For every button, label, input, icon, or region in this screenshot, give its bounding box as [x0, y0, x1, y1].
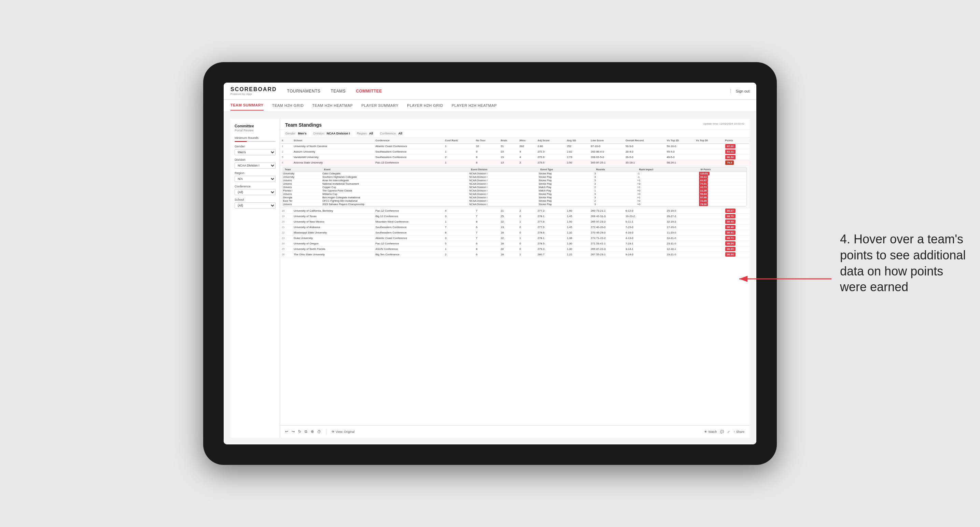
region-filter-label: Region: — [357, 132, 368, 135]
copy-icon[interactable]: ⧉ — [305, 429, 307, 434]
points-cell[interactable]: 88.49 — [724, 219, 749, 225]
panel-title: Committee — [235, 124, 275, 128]
redo-icon[interactable]: ↪ — [292, 429, 295, 434]
table-row: 24 University of Oregon Pac-12 Conferenc… — [280, 241, 749, 246]
sub-nav-player-h2h-heatmap[interactable]: PLAYER H2H HEATMAP — [452, 101, 497, 110]
tooltip-table-row: Florida I The Cypress Point Classic NCAA… — [283, 189, 746, 192]
table-row: 22 Mississippi State University Southeas… — [280, 230, 749, 235]
tooltip-table-row: Univers 2023 Sahalee Players Championshi… — [283, 203, 746, 206]
share-icon: ↑ — [733, 430, 735, 433]
tooltip-table-row: University Southern Highlands Collegiate… — [283, 175, 746, 179]
col-avg-sg: Avg SG — [565, 138, 589, 144]
left-panel: Committee Portal Review Minimum Rounds G… — [231, 119, 280, 438]
logo-title: SCOREBOARD — [231, 86, 277, 92]
gender-filter-label: Gender: — [285, 132, 296, 135]
share-label: Share — [736, 430, 745, 433]
sub-nav-player-h2h-grid[interactable]: PLAYER H2H GRID — [407, 101, 443, 110]
nav-teams[interactable]: TEAMS — [331, 87, 346, 95]
sub-nav-team-h2h-heatmap[interactable]: TEAM H2H HEATMAP — [312, 101, 353, 110]
table-header: Team Standings Update time: 13/03/2024 1… — [280, 119, 749, 130]
points-cell[interactable]: 88.48 — [724, 225, 749, 230]
conference-select[interactable]: (All) — [235, 189, 275, 195]
table-row: 23 Duke University Atlantic Coast Confer… — [280, 235, 749, 241]
table-scroll[interactable]: # School Conference Conf Rank No Tour Bn… — [280, 138, 749, 425]
division-filter-label: Division: — [313, 132, 325, 135]
points-cell[interactable]: 97.02 — [724, 144, 749, 149]
division-label: Division — [235, 158, 275, 162]
annotation-text: 4. Hover over a team's points to see add… — [840, 232, 970, 295]
settings-icon[interactable]: ⊕ — [311, 429, 314, 434]
points-cell[interactable]: 90.30 — [724, 155, 749, 160]
table-row: 19 University of Texas Big 12 Conference… — [280, 214, 749, 219]
division-filter-value: NCAA Division I — [327, 132, 350, 135]
min-rounds-label: Minimum Rounds — [235, 136, 275, 140]
sign-out-button[interactable]: Sign out — [730, 89, 749, 93]
tooltip-table-row: Univers Copper Cup NCAA Division I Match… — [283, 186, 746, 189]
table-row: 2 Auburn University Southeastern Confere… — [280, 149, 749, 155]
table-row: 20 University of New Mexico Mountain Wes… — [280, 219, 749, 225]
share-button[interactable]: ↑ Share — [733, 430, 745, 433]
tooltip-container: Team Event Event Division Event Type Rou… — [283, 167, 747, 206]
refresh-icon[interactable]: ↻ — [298, 429, 301, 434]
conference-filter-label: Conference: — [380, 132, 396, 135]
points-cell[interactable]: 88.41 — [724, 230, 749, 235]
col-vs-top25: Vs Top 25 — [665, 138, 694, 144]
points-cell[interactable]: 88.94 — [724, 252, 749, 257]
nav-tournaments[interactable]: TOURNAMENTS — [287, 87, 321, 95]
conference-filter: Conference: All — [380, 132, 402, 135]
rank-cell: 1 — [280, 144, 292, 149]
min-rounds-slider[interactable] — [235, 141, 275, 142]
col-no-tour: No Tour — [474, 138, 499, 144]
region-select[interactable]: N/A — [235, 176, 275, 182]
table-row: 26 The Ohio State University Big Ten Con… — [280, 252, 749, 257]
tooltip-table-row: University Cabo Collegiate NCAA Division… — [283, 172, 746, 175]
gender-select[interactable]: Men's — [235, 149, 275, 155]
region-label: Region — [235, 171, 275, 175]
watch-button[interactable]: 👁 Watch — [704, 430, 717, 433]
school-select[interactable]: (All) — [235, 202, 275, 208]
undo-icon[interactable]: ↩ — [285, 429, 288, 434]
bottom-toolbar: ↩ ↪ ↻ ⧉ ⊕ ⏱ 👁 View: Original 👁 Watch — [280, 425, 749, 438]
table-row: 25 University of North Florida ASUN Conf… — [280, 246, 749, 252]
col-school: School — [292, 138, 374, 144]
sub-nav-player-summary[interactable]: PLAYER SUMMARY — [361, 101, 398, 110]
expand-button[interactable]: ⤢ — [727, 430, 730, 433]
tooltip-table-row: East Ter OFCC Fighting Illini Invitation… — [283, 199, 746, 203]
region-filter-value: All — [369, 132, 373, 135]
view-label: View: Original — [336, 430, 355, 433]
points-cell[interactable]: 88.70 — [724, 214, 749, 219]
points-cell[interactable]: 80.07 — [724, 208, 749, 214]
col-overall: Overall Record — [624, 138, 665, 144]
points-cell[interactable]: 88.71 — [724, 235, 749, 241]
col-vs-top50: Vs Top 50 — [694, 138, 724, 144]
tooltip-table-row: Univers Amer An Intercollegiate NCAA Div… — [283, 179, 746, 182]
view-original-button[interactable]: 👁 View: Original — [332, 430, 355, 433]
col-bnds: Bnds — [499, 138, 518, 144]
sub-nav: TEAM SUMMARY TEAM H2H GRID TEAM H2H HEAT… — [224, 100, 756, 112]
points-cell[interactable]: 88.54 — [724, 241, 749, 246]
table-row: 18 University of California, Berkeley Pa… — [280, 208, 749, 214]
division-filter: Division: NCAA Division I — [313, 132, 350, 135]
nav-committee[interactable]: COMMITTEE — [356, 87, 382, 95]
conference-label: Conference — [235, 185, 275, 188]
watch-icon: 👁 — [704, 430, 707, 433]
tooltip-table-row: Univers National Invitational Tournament… — [283, 182, 746, 186]
conf-cell: Atlantic Coast Conference — [374, 144, 443, 149]
division-select[interactable]: NCAA Division I — [235, 162, 275, 168]
sub-nav-team-summary[interactable]: TEAM SUMMARY — [231, 100, 264, 111]
tooltip-row: Team Event Event Division Event Type Rou… — [280, 165, 749, 208]
clock-icon[interactable]: ⏱ — [317, 430, 321, 434]
col-low-score: Low Score — [589, 138, 624, 144]
comment-button[interactable]: 💬 — [720, 430, 724, 433]
table-row-highlighted: 4 Arizona State University Pac-12 Confer… — [280, 160, 749, 165]
school-cell: University of North Carolina — [292, 144, 374, 149]
school-label: School — [235, 198, 275, 202]
points-cell[interactable]: 88.89 — [724, 246, 749, 252]
col-conf-rank: Conf Rank — [443, 138, 474, 144]
points-cell-highlighted[interactable]: 79.5 — [724, 160, 749, 165]
filter-row: Gender: Men's Division: NCAA Division I … — [280, 130, 749, 138]
main-content: Committee Portal Review Minimum Rounds G… — [224, 112, 756, 444]
tooltip-table-row: Georgia Ben Hogan Collegiate Invitationa… — [283, 196, 746, 199]
points-cell[interactable]: 93.31 — [724, 149, 749, 155]
sub-nav-team-h2h-grid[interactable]: TEAM H2H GRID — [272, 101, 304, 110]
